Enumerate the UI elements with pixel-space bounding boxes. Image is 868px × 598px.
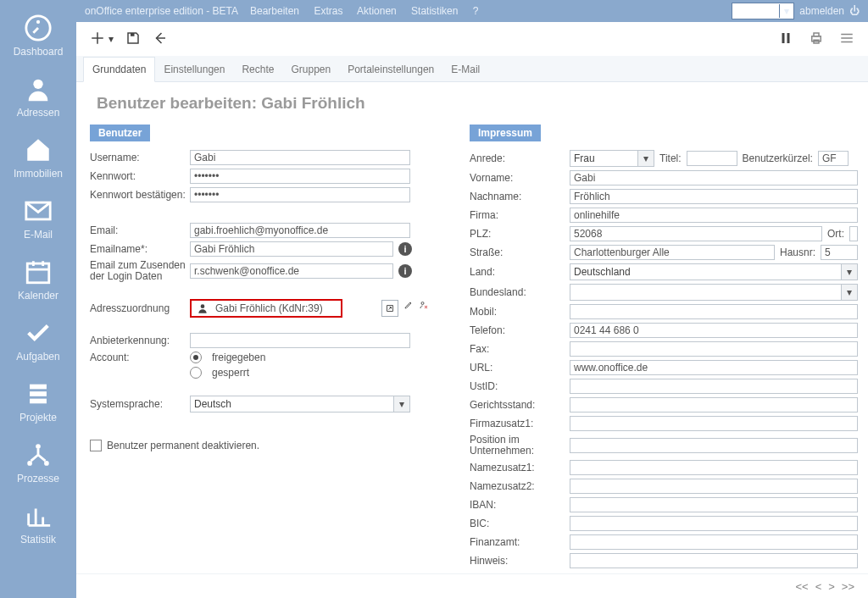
label-bundesland: Bundesland:: [470, 286, 570, 298]
user-select[interactable]: ▾: [732, 3, 794, 19]
app-brand: onOffice enterprise edition - BETA: [85, 5, 238, 17]
sidebar-item-dashboard[interactable]: Dashboard: [0, 5, 76, 66]
addr-remove-button[interactable]: [419, 300, 429, 317]
sidebar-label: Projekte: [19, 412, 57, 424]
namez2-input[interactable]: [570, 479, 858, 494]
label-ort: Ort:: [827, 228, 844, 240]
label-addr: Adresszuordnung: [90, 302, 190, 314]
pause-button[interactable]: [778, 30, 793, 48]
menu-button[interactable]: [839, 30, 854, 48]
vorname-input[interactable]: [570, 170, 858, 185]
finanzamt-input[interactable]: [570, 534, 858, 550]
pager-next[interactable]: >: [828, 580, 835, 593]
pager-prev[interactable]: <: [815, 580, 822, 593]
syslang-select[interactable]: Deutsch▾: [190, 396, 410, 413]
fax-input[interactable]: [570, 341, 858, 357]
pager-last[interactable]: >>: [842, 580, 854, 593]
sidebar-item-projekte[interactable]: Projekte: [0, 371, 76, 432]
svg-rect-5: [30, 385, 47, 390]
deactivate-checkbox[interactable]: [90, 440, 102, 451]
iban-input[interactable]: [570, 497, 858, 512]
hausnr-input[interactable]: [821, 245, 858, 260]
telefon-input[interactable]: [570, 323, 858, 338]
sidebar-item-aufgaben[interactable]: Aufgaben: [0, 310, 76, 371]
sidebar-item-immobilien[interactable]: Immobilien: [0, 127, 76, 188]
svg-point-2: [33, 80, 42, 89]
tab-gruppen[interactable]: Gruppen: [282, 58, 339, 81]
save-button[interactable]: [125, 30, 141, 48]
pager: << < > >>: [76, 573, 868, 598]
hinweis-input[interactable]: [570, 553, 858, 568]
address-assignment-box[interactable]: Gabi Fröhlich (KdNr:39): [190, 299, 342, 318]
plz-input[interactable]: [570, 226, 822, 241]
sidebar-item-adressen[interactable]: Adressen: [0, 66, 76, 127]
land-select[interactable]: Deutschland▾: [570, 263, 858, 280]
label-gericht: Gerichtsstand:: [470, 399, 570, 411]
gericht-input[interactable]: [570, 397, 858, 413]
password2-input[interactable]: [190, 187, 410, 202]
email-input[interactable]: [190, 223, 410, 238]
kuerzel-input[interactable]: [818, 151, 849, 166]
firma-input[interactable]: [570, 208, 858, 223]
strasse-input[interactable]: [570, 245, 775, 260]
addr-open-button[interactable]: [381, 300, 398, 317]
print-button[interactable]: [809, 30, 824, 48]
nachname-input[interactable]: [570, 189, 858, 204]
ort-input[interactable]: [849, 226, 858, 241]
menu-help[interactable]: ?: [473, 5, 479, 17]
add-dropdown-icon[interactable]: ▾: [108, 33, 114, 45]
label-url: URL:: [470, 362, 570, 374]
account-radio-gesperrt[interactable]: [190, 367, 202, 379]
url-input[interactable]: [570, 360, 858, 375]
tab-rechte[interactable]: Rechte: [233, 58, 282, 81]
anrede-select[interactable]: Frau▾: [570, 150, 654, 167]
chevron-down-icon: ▾: [393, 396, 409, 412]
chevron-down-icon: ▾: [841, 264, 857, 280]
tab-grunddaten[interactable]: Grunddaten: [83, 57, 155, 82]
mobil-input[interactable]: [570, 304, 858, 319]
svg-rect-15: [814, 33, 819, 36]
info-icon[interactable]: i: [398, 264, 412, 278]
account-radio-freigegeben[interactable]: [190, 352, 202, 363]
label-hausnr: Hausnr:: [780, 246, 815, 258]
power-icon[interactable]: ⏻: [849, 5, 860, 17]
menu-extras[interactable]: Extras: [314, 5, 342, 17]
tab-einstellungen[interactable]: Einstellungen: [155, 58, 233, 81]
password-input[interactable]: [190, 169, 410, 184]
bic-input[interactable]: [570, 516, 858, 531]
label-firma: Firma:: [470, 209, 570, 221]
svg-rect-4: [27, 263, 49, 283]
svg-rect-13: [787, 33, 790, 43]
provider-input[interactable]: [190, 333, 410, 348]
label-plz: PLZ:: [470, 228, 570, 240]
tab-portaleinstellungen[interactable]: Portaleinstellungen: [339, 58, 442, 81]
loginmail-input[interactable]: [190, 263, 393, 279]
firmazusatz-input[interactable]: [570, 416, 858, 431]
sidebar-item-email[interactable]: E-Mail: [0, 188, 76, 249]
label-nachname: Nachname:: [470, 191, 570, 202]
menu-bearbeiten[interactable]: Bearbeiten: [250, 5, 299, 17]
sidebar-item-kalender[interactable]: Kalender: [0, 249, 76, 310]
back-button[interactable]: [153, 30, 168, 48]
emailname-input[interactable]: [190, 241, 393, 257]
bundesland-select[interactable]: ▾: [570, 284, 858, 301]
menu-statistiken[interactable]: Statistiken: [411, 5, 458, 17]
add-button[interactable]: [90, 30, 105, 48]
position-input[interactable]: [570, 438, 858, 453]
sidebar-item-statistik[interactable]: Statistik: [0, 493, 76, 554]
addr-edit-button[interactable]: [403, 300, 414, 317]
sidebar-item-prozesse[interactable]: Prozesse: [0, 432, 76, 493]
pager-first[interactable]: <<: [795, 580, 808, 593]
menu-aktionen[interactable]: Aktionen: [357, 5, 397, 17]
username-input[interactable]: [190, 150, 410, 165]
label-firmazusatz: Firmazusatz1:: [470, 418, 570, 429]
ustid-input[interactable]: [570, 379, 858, 394]
titel-input[interactable]: [687, 151, 737, 166]
sidebar-label: Adressen: [17, 107, 60, 119]
tab-email[interactable]: E-Mail: [442, 58, 488, 81]
logout-link[interactable]: abmelden: [799, 5, 844, 17]
account-opt-gesperrt: gesperrt: [212, 367, 249, 379]
label-vorname: Vorname:: [470, 172, 570, 184]
namez1-input[interactable]: [570, 460, 858, 475]
info-icon[interactable]: i: [398, 242, 412, 256]
